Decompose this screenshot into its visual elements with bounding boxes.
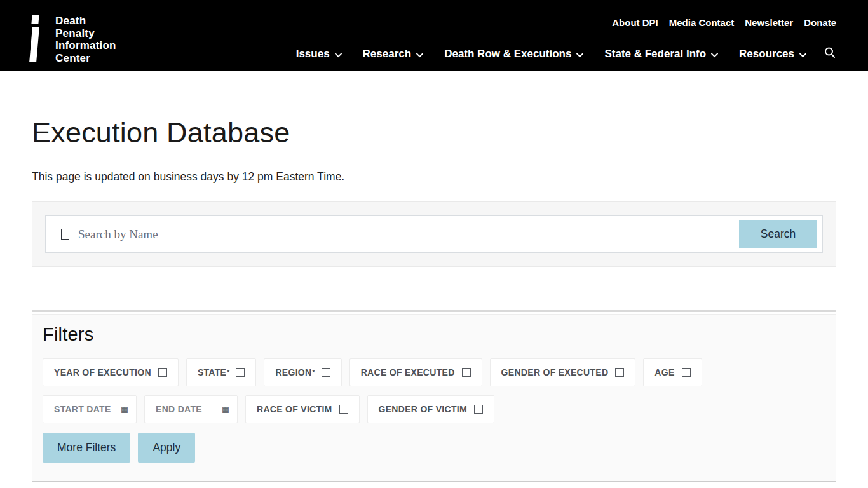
dropdown-box-icon — [339, 405, 348, 414]
filters-heading: Filters — [43, 324, 825, 345]
search-button[interactable]: Search — [739, 220, 817, 248]
chevron-down-icon — [799, 48, 806, 61]
site-logo[interactable]: Death Penalty Information Center — [29, 13, 116, 64]
nav-item-label: Resources — [739, 48, 794, 60]
start-date-field[interactable]: START DATE ▦ — [43, 395, 137, 423]
logo-line: Information — [55, 39, 116, 52]
nav-link-about-dpi[interactable]: About DPI — [612, 17, 658, 28]
search-icon — [824, 46, 836, 62]
dropdown-box-icon — [615, 368, 624, 377]
filter-row-2: START DATE ▦ END DATE ▦ RACE OF VICTIM G… — [43, 395, 825, 423]
nav-item-label: State & Federal Info — [604, 48, 706, 60]
logo-line: Penalty — [55, 27, 116, 40]
filter-region[interactable]: REGION* — [264, 358, 341, 386]
nav-item-label: Research — [363, 48, 412, 60]
filter-race-of-victim[interactable]: RACE OF VICTIM — [245, 395, 360, 423]
nav-item-death-row-executions[interactable]: Death Row & Executions — [444, 47, 583, 61]
page-title: Execution Database — [32, 116, 836, 149]
filter-row-1: YEAR OF EXECUTION STATE* REGION* RACE OF… — [43, 358, 825, 386]
filter-age[interactable]: AGE — [643, 358, 702, 386]
nav-item-label: Issues — [296, 48, 330, 60]
filter-label: AGE — [654, 367, 674, 377]
required-asterisk: * — [227, 369, 229, 376]
nav-link-donate[interactable]: Donate — [804, 17, 836, 28]
dropdown-box-icon — [158, 368, 167, 377]
chevron-down-icon — [335, 48, 342, 61]
update-note: This page is updated on business days by… — [32, 170, 836, 184]
filter-race-of-executed[interactable]: RACE OF EXECUTED — [349, 358, 482, 386]
nav-link-newsletter[interactable]: Newsletter — [745, 17, 793, 28]
chevron-down-icon — [711, 48, 718, 61]
nav-item-issues[interactable]: Issues — [296, 47, 342, 61]
nav-item-resources[interactable]: Resources — [739, 47, 806, 61]
date-field-label: END DATE — [156, 404, 202, 414]
site-header: Death Penalty Information Center About D… — [0, 0, 868, 71]
search-field-icon — [61, 229, 69, 240]
logo-wordmark: Death Penalty Information Center — [55, 13, 116, 64]
nav-search-button[interactable] — [824, 46, 836, 62]
section-divider — [32, 310, 836, 315]
end-date-field[interactable]: END DATE ▦ — [144, 395, 238, 423]
filter-label: YEAR OF EXECUTION — [54, 367, 151, 377]
dropdown-box-icon — [682, 368, 691, 377]
nav-item-state-federal-info[interactable]: State & Federal Info — [604, 47, 718, 61]
filter-state[interactable]: STATE* — [186, 358, 257, 386]
dropdown-box-icon — [462, 368, 471, 377]
dropdown-box-icon — [322, 368, 330, 377]
main-content: Execution Database This page is updated … — [0, 116, 868, 482]
chevron-down-icon — [576, 48, 583, 61]
filter-label: GENDER OF VICTIM — [379, 404, 467, 414]
nav-item-research[interactable]: Research — [363, 47, 424, 61]
calendar-icon: ▦ — [222, 405, 229, 414]
date-field-label: START DATE — [54, 404, 111, 414]
filter-gender-of-executed[interactable]: GENDER OF EXECUTED — [490, 358, 636, 386]
main-nav: Issues Research Death Row & Executions S… — [296, 46, 836, 62]
required-asterisk: * — [312, 369, 315, 376]
apply-button[interactable]: Apply — [138, 433, 195, 463]
nav-link-media-contact[interactable]: Media Contact — [669, 17, 735, 28]
filter-label: GENDER OF EXECUTED — [501, 367, 609, 377]
more-filters-button[interactable]: More Filters — [43, 433, 130, 463]
utility-nav: About DPI Media Contact Newsletter Donat… — [612, 17, 836, 28]
filter-gender-of-victim[interactable]: GENDER OF VICTIM — [367, 395, 494, 423]
nav-item-label: Death Row & Executions — [444, 48, 571, 60]
dropdown-box-icon — [474, 405, 483, 414]
filter-label: RACE OF EXECUTED — [361, 367, 455, 377]
filter-label: REGION — [275, 367, 311, 377]
filter-actions: More Filters Apply — [43, 433, 825, 463]
logo-line: Death — [55, 15, 116, 27]
logo-line: Center — [55, 52, 116, 65]
filters-panel: Filters YEAR OF EXECUTION STATE* REGION*… — [32, 315, 836, 482]
search-by-name-input[interactable] — [78, 216, 739, 252]
calendar-icon: ▦ — [121, 405, 128, 414]
search-box: Search — [45, 215, 823, 253]
chevron-down-icon — [416, 48, 423, 61]
filter-year-of-execution[interactable]: YEAR OF EXECUTION — [43, 358, 179, 386]
dpi-logo-icon — [29, 13, 44, 62]
filter-label: STATE — [198, 367, 226, 377]
filter-label: RACE OF VICTIM — [257, 404, 332, 414]
dropdown-box-icon — [236, 368, 245, 377]
search-panel: Search — [32, 201, 836, 267]
